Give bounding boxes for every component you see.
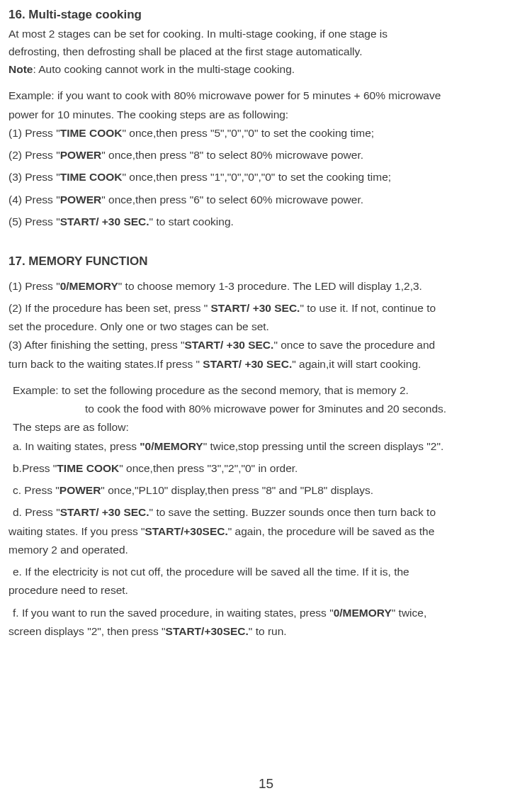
s17-step-c: c. Press "POWER" once,"PL10" display,the…: [13, 482, 523, 498]
text: waiting states. If you press ": [9, 525, 145, 537]
s16-step-5: (5) Press "START/ +30 SEC." to start coo…: [9, 213, 523, 230]
s17-step-d-cont1: waiting states. If you press "START/+30S…: [9, 523, 523, 539]
note-text: : Auto cooking cannot work in the multi-…: [33, 63, 295, 75]
s17-step-d: d. Press "START/ +30 SEC." to save the s…: [13, 504, 523, 520]
text: (3) After finishing the setting, press ": [9, 339, 184, 351]
s16-step-4: (4) Press "POWER" once,then press "6" to…: [9, 191, 523, 208]
text: (5) Press ": [9, 215, 60, 228]
note-label: Note: [9, 63, 33, 75]
text: " to run.: [249, 625, 287, 637]
s17-example-line1: Example: to set the following procedure …: [13, 382, 523, 398]
key: POWER: [60, 149, 102, 161]
key: START/ +30 SEC.: [60, 215, 149, 228]
key: START/ +30 SEC.: [203, 358, 292, 370]
s17-step-2: (2) If the procedure has been set, press…: [9, 300, 523, 316]
s17-step-f: f. If you want to run the saved procedur…: [13, 605, 523, 621]
section-17-title: 17. MEMORY FUNCTION: [9, 252, 523, 271]
text: (1) Press ": [9, 280, 60, 292]
s16-example-line2: power for 10 minutes. The cooking steps …: [9, 106, 523, 123]
text: c. Press ": [13, 484, 60, 496]
s16-step-1: (1) Press "TIME COOK" once,then press "5…: [9, 125, 523, 141]
text: " again,it will start cooking.: [292, 358, 421, 370]
key: START/ +30 SEC.: [60, 506, 149, 518]
section-16-title: 16. Multi-stage cooking: [9, 6, 523, 24]
text: " twice,stop pressing until the screen d…: [203, 440, 444, 452]
s16-example-line1: Example: if you want to cook with 80% mi…: [9, 87, 523, 103]
s17-example-line2: to cook the food with 80% microwave powe…: [85, 400, 523, 417]
s16-para-line1: At most 2 stages can be set for cooking.…: [9, 26, 523, 42]
text: " once,then press "8" to select 80% micr…: [101, 149, 363, 161]
s17-step-3-cont: turn back to the waiting states.If press…: [9, 356, 523, 372]
text: d. Press ": [13, 506, 60, 518]
text: " to use it. If not, continue to: [300, 302, 436, 314]
text: " to choose memory 1-3 procedure. The LE…: [118, 280, 422, 292]
text: turn back to the waiting states.If press…: [9, 358, 203, 370]
s17-step-e: e. If the electricity is not cut off, th…: [13, 563, 523, 580]
text: " to save the setting. Buzzer sounds onc…: [149, 506, 436, 518]
key: START/+30SEC.: [166, 625, 249, 637]
page-number: 15: [9, 774, 523, 794]
text: f. If you want to run the saved procedur…: [13, 607, 334, 619]
key: START/ +30 SEC.: [211, 302, 300, 314]
text: " once,then press "6" to select 60% micr…: [101, 193, 363, 206]
text: " once to save the procedure and: [273, 339, 435, 351]
s16-para-line2: defrosting, then defrosting shall be pla…: [9, 43, 523, 60]
key: "0/MEMORY: [140, 440, 203, 452]
text: " to start cooking.: [149, 215, 234, 228]
s16-step-2: (2) Press "POWER" once,then press "8" to…: [9, 147, 523, 163]
text: " once,"PL10" display,then press "8" and…: [101, 484, 373, 496]
text: a. In waiting states, press: [13, 440, 140, 452]
s17-step-b: b.Press "TIME COOK" once,then press "3",…: [13, 460, 523, 476]
key: 0/MEMORY: [334, 607, 392, 619]
text: (1) Press ": [9, 127, 60, 139]
text: " twice,: [392, 607, 426, 619]
text: " once,then press "5","0","0" to set the…: [123, 127, 375, 139]
s17-step-a: a. In waiting states, press "0/MEMORY" t…: [13, 438, 523, 454]
key: TIME COOK: [57, 462, 119, 474]
text: " once,then press "1","0","0","0" to set…: [123, 171, 392, 183]
s16-note: Note: Auto cooking cannot work in the mu…: [9, 61, 523, 77]
key: START/ +30 SEC.: [184, 339, 273, 351]
text: screen displays "2", then press ": [9, 625, 166, 637]
s17-step-e-cont: procedure need to reset.: [9, 582, 523, 598]
text: (3) Press ": [9, 171, 60, 183]
text: (2) Press ": [9, 149, 60, 161]
text: (4) Press ": [9, 193, 60, 206]
key: POWER: [60, 193, 102, 206]
s17-step-2-cont: set the procedure. Only one or two stage…: [9, 318, 523, 335]
s17-example-line3: The steps are as follow:: [13, 419, 523, 435]
s17-step-3: (3) After finishing the setting, press "…: [9, 337, 523, 353]
key: TIME COOK: [60, 127, 123, 139]
s16-step-3: (3) Press "TIME COOK" once,then press "1…: [9, 169, 523, 185]
key: POWER: [60, 484, 101, 496]
s17-step-f-cont: screen displays "2", then press "START/+…: [9, 623, 523, 639]
s17-step-1: (1) Press "0/MEMORY" to choose memory 1-…: [9, 278, 523, 294]
text: " again, the procedure will be saved as …: [228, 525, 435, 537]
text: b.Press ": [13, 462, 57, 474]
key: START/+30SEC.: [145, 525, 227, 537]
key: 0/MEMORY: [60, 280, 118, 292]
text: " once,then press "3","2","0" in order.: [119, 462, 298, 474]
text: (2) If the procedure has been set, press…: [9, 302, 211, 314]
key: TIME COOK: [60, 171, 123, 183]
s17-step-d-cont2: memory 2 and operated.: [9, 541, 523, 558]
